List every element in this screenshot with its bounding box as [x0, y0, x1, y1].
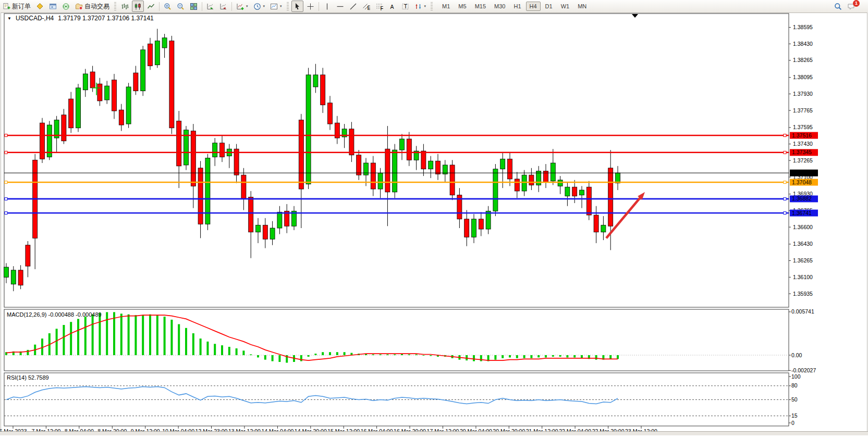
price-line-label: 1.37345 [792, 149, 812, 155]
price-axis-tick: 1.38265 [793, 57, 813, 63]
bars-icon [121, 3, 129, 10]
price-axis-tick: 1.37265 [793, 157, 813, 164]
price-line-label: 1.37048 [792, 179, 812, 185]
timeframe-d1-button[interactable]: D1 [542, 2, 556, 11]
indicators-icon [236, 3, 244, 10]
fibonacci-button[interactable]: F [373, 1, 385, 12]
new-order-icon [3, 3, 10, 10]
price-axis-tick: 1.36100 [793, 274, 813, 280]
price-axis-tick: 1.37765 [793, 107, 813, 114]
toolbar-separator [159, 2, 160, 11]
notification-badge: 1 [853, 0, 860, 7]
navigator-button[interactable] [47, 1, 59, 12]
price-axis-tick: 1.37595 [793, 124, 813, 130]
chevron-down-icon[interactable]: ▾ [280, 4, 282, 8]
navigator-icon [49, 3, 57, 10]
chevron-down-icon[interactable]: ▾ [246, 4, 248, 8]
candle-chart-button[interactable] [132, 1, 144, 12]
rsi-axis-tick: 100 [791, 373, 801, 380]
line-chart-button[interactable] [145, 1, 157, 12]
chevron-down-icon[interactable]: ▾ [263, 4, 265, 8]
price-chart-canvas[interactable]: 1.385951.384301.382651.380951.379301.377… [0, 12, 868, 435]
timeframe-m1-button[interactable]: M1 [438, 2, 454, 11]
indicators-button[interactable]: ▾ [234, 1, 250, 12]
clock-icon [253, 3, 261, 10]
templates-button[interactable]: ▾ [268, 1, 284, 12]
vertical-line-button[interactable] [321, 1, 333, 12]
macd-indicator-label: MACD(12,26,9) -0.000488 -0.000489 [7, 311, 102, 318]
toolbar-separator [202, 2, 202, 11]
search-button[interactable] [832, 1, 844, 12]
crosshair-icon [307, 3, 314, 10]
new-order-button-label: 新订单 [12, 2, 31, 11]
cursor-icon [294, 3, 301, 10]
timeframe-m15-button[interactable]: M15 [471, 2, 490, 11]
svg-text:A: A [390, 3, 394, 9]
zoom-in-button[interactable] [162, 1, 174, 12]
status-bar [0, 431, 868, 435]
chart-title-collapse-icon[interactable]: ▼ [7, 16, 11, 21]
toolbar-separator [231, 2, 232, 11]
chart-symbol-period: USDCAD-,H4 [16, 15, 54, 22]
tile-windows-button[interactable] [188, 1, 200, 12]
arrows-icon [414, 3, 422, 10]
market-watch-button[interactable] [34, 1, 46, 12]
timeframe-h4-button[interactable]: H4 [526, 2, 541, 11]
chat-button[interactable]: 1 [845, 1, 865, 12]
signals-button[interactable] [60, 1, 72, 12]
chevron-down-icon[interactable]: ▾ [424, 4, 426, 8]
price-axis-tick: 1.35935 [793, 291, 813, 297]
autoscroll-icon [206, 3, 214, 10]
arrows-tool-button[interactable]: ▾ [412, 1, 429, 12]
template-icon [270, 3, 278, 10]
macd-axis-tick: 0.005741 [791, 308, 814, 315]
rsi-axis-tick: 80 [791, 382, 798, 388]
chart-window: ▼ USDCAD-,H4 1.37179 1.37207 1.37106 1.3… [0, 12, 868, 435]
crosshair-button[interactable] [304, 1, 316, 12]
channel-icon: E [362, 3, 370, 10]
svg-text:T: T [404, 3, 407, 9]
chartshift-icon [219, 3, 227, 10]
horizontal-line-button[interactable] [334, 1, 346, 12]
hline-icon [336, 3, 344, 10]
timeframe-m5-button[interactable]: M5 [455, 2, 470, 11]
toolbar-grip [287, 2, 289, 10]
auto-scroll-button[interactable] [204, 1, 216, 12]
price-axis-tick: 1.37930 [793, 91, 813, 97]
auto-trading-button-label: 自动交易 [84, 2, 109, 11]
text-label-button[interactable]: T [399, 1, 411, 12]
main-toolbar: 新订单自动交易▾▾▾EFAT▾M1M5M15M30H1H4D1W1MN1 [0, 0, 868, 13]
svg-text:E: E [367, 4, 370, 10]
timeframe-w1-button[interactable]: W1 [557, 2, 573, 11]
rsi-indicator-label: RSI(14) 52.7589 [7, 374, 49, 381]
cursor-button[interactable] [291, 1, 303, 12]
price-axis-tick: 1.38430 [793, 41, 813, 47]
toolbar-grip [431, 2, 433, 10]
linechart-icon [147, 3, 155, 10]
rsi-axis-tick: 0 [791, 420, 794, 426]
bar-chart-button[interactable] [119, 1, 131, 12]
zoom-in-icon [164, 3, 172, 10]
timeframe-h1-button[interactable]: H1 [510, 2, 524, 11]
svg-text:F: F [380, 5, 383, 10]
macd-axis-tick: 0.00 [791, 352, 802, 358]
candles-icon [134, 3, 142, 10]
price-axis-tick: 1.38595 [793, 24, 813, 30]
auto-trading-icon [75, 3, 83, 10]
price-line-label: 1.36741 [792, 210, 812, 216]
current-price-label: 1.37141 [792, 170, 812, 176]
auto-trading-button[interactable]: 自动交易 [73, 1, 112, 12]
zoom-out-button[interactable] [175, 1, 187, 12]
timeframe-mn-button[interactable]: MN [574, 2, 590, 11]
rsi-axis-tick: 15 [791, 412, 798, 419]
price-axis-tick: 1.37430 [793, 141, 813, 147]
price-axis-tick: 1.38095 [793, 74, 813, 80]
chart-shift-button[interactable] [217, 1, 229, 12]
periods-button[interactable]: ▾ [251, 1, 267, 12]
tile-icon [190, 3, 198, 10]
new-order-button[interactable]: 新订单 [1, 1, 33, 12]
trendline-button[interactable] [347, 1, 359, 12]
timeframe-m30-button[interactable]: M30 [491, 2, 509, 11]
text-button[interactable]: A [386, 1, 398, 12]
equidistant-channel-button[interactable]: E [360, 1, 372, 12]
